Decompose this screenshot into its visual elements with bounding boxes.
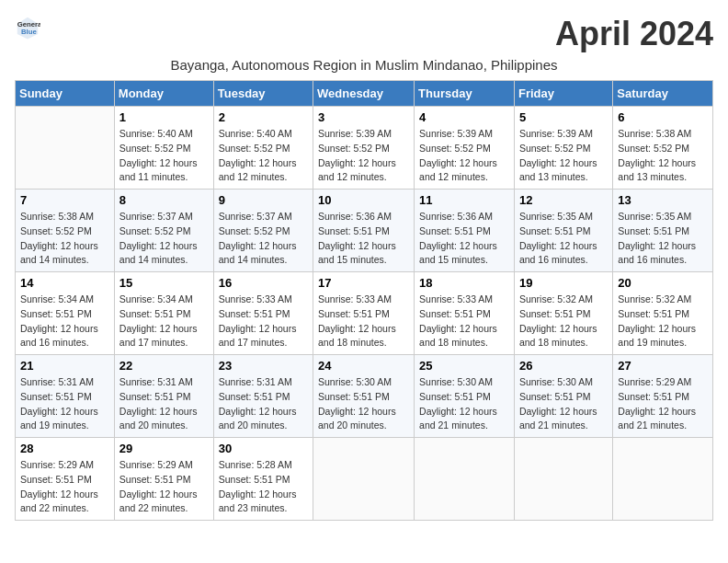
day-cell xyxy=(313,438,415,521)
day-cell: 23Sunrise: 5:31 AMSunset: 5:51 PMDayligh… xyxy=(213,355,313,438)
day-info: Sunrise: 5:36 AMSunset: 5:51 PMDaylight:… xyxy=(419,210,509,268)
day-cell: 7Sunrise: 5:38 AMSunset: 5:52 PMDaylight… xyxy=(16,190,115,272)
day-cell: 17Sunrise: 5:33 AMSunset: 5:51 PMDayligh… xyxy=(313,272,415,355)
day-info: Sunrise: 5:39 AMSunset: 5:52 PMDaylight:… xyxy=(419,127,509,185)
day-number: 25 xyxy=(419,359,509,373)
day-info: Sunrise: 5:33 AMSunset: 5:51 PMDaylight:… xyxy=(219,293,308,350)
day-number: 9 xyxy=(219,193,308,207)
day-cell: 1Sunrise: 5:40 AMSunset: 5:52 PMDaylight… xyxy=(114,107,213,190)
day-cell: 14Sunrise: 5:34 AMSunset: 5:51 PMDayligh… xyxy=(16,272,115,355)
logo: General Blue xyxy=(15,15,40,40)
svg-text:General: General xyxy=(17,20,40,29)
col-header-thursday: Thursday xyxy=(415,81,515,107)
col-header-sunday: Sunday xyxy=(16,81,115,107)
col-header-friday: Friday xyxy=(514,81,612,107)
day-cell: 12Sunrise: 5:35 AMSunset: 5:51 PMDayligh… xyxy=(514,190,612,272)
col-header-tuesday: Tuesday xyxy=(213,81,313,107)
day-info: Sunrise: 5:37 AMSunset: 5:52 PMDaylight:… xyxy=(119,210,209,268)
day-info: Sunrise: 5:31 AMSunset: 5:51 PMDaylight:… xyxy=(219,375,308,433)
day-cell: 20Sunrise: 5:32 AMSunset: 5:51 PMDayligh… xyxy=(613,272,713,355)
day-number: 4 xyxy=(419,110,509,124)
day-number: 23 xyxy=(219,359,308,373)
header-row: SundayMondayTuesdayWednesdayThursdayFrid… xyxy=(16,81,713,107)
day-cell: 8Sunrise: 5:37 AMSunset: 5:52 PMDaylight… xyxy=(114,190,213,272)
day-number: 6 xyxy=(618,110,708,124)
day-number: 7 xyxy=(20,193,109,207)
day-number: 21 xyxy=(20,359,109,373)
day-cell: 26Sunrise: 5:30 AMSunset: 5:51 PMDayligh… xyxy=(514,355,612,438)
day-info: Sunrise: 5:39 AMSunset: 5:52 PMDaylight:… xyxy=(519,127,608,185)
day-info: Sunrise: 5:29 AMSunset: 5:51 PMDaylight:… xyxy=(20,458,109,516)
day-cell xyxy=(514,438,612,521)
day-info: Sunrise: 5:37 AMSunset: 5:52 PMDaylight:… xyxy=(219,210,308,268)
day-info: Sunrise: 5:40 AMSunset: 5:52 PMDaylight:… xyxy=(119,127,209,185)
day-info: Sunrise: 5:39 AMSunset: 5:52 PMDaylight:… xyxy=(318,127,409,185)
day-info: Sunrise: 5:35 AMSunset: 5:51 PMDaylight:… xyxy=(519,210,608,268)
day-cell: 24Sunrise: 5:30 AMSunset: 5:51 PMDayligh… xyxy=(313,355,415,438)
col-header-wednesday: Wednesday xyxy=(313,81,415,107)
day-info: Sunrise: 5:29 AMSunset: 5:51 PMDaylight:… xyxy=(618,375,708,433)
day-info: Sunrise: 5:36 AMSunset: 5:51 PMDaylight:… xyxy=(318,210,409,268)
day-info: Sunrise: 5:30 AMSunset: 5:51 PMDaylight:… xyxy=(519,375,608,433)
day-info: Sunrise: 5:30 AMSunset: 5:51 PMDaylight:… xyxy=(318,375,409,433)
day-number: 13 xyxy=(618,193,708,207)
day-cell xyxy=(415,438,515,521)
day-cell: 27Sunrise: 5:29 AMSunset: 5:51 PMDayligh… xyxy=(613,355,713,438)
day-cell xyxy=(16,107,115,190)
day-number: 3 xyxy=(318,110,409,124)
month-title: April 2024 xyxy=(555,15,713,53)
day-cell: 21Sunrise: 5:31 AMSunset: 5:51 PMDayligh… xyxy=(16,355,115,438)
day-number: 28 xyxy=(20,442,109,455)
day-cell: 6Sunrise: 5:38 AMSunset: 5:52 PMDaylight… xyxy=(613,107,713,190)
day-cell: 11Sunrise: 5:36 AMSunset: 5:51 PMDayligh… xyxy=(415,190,515,272)
day-number: 14 xyxy=(20,276,109,290)
day-cell: 28Sunrise: 5:29 AMSunset: 5:51 PMDayligh… xyxy=(16,438,115,521)
day-number: 17 xyxy=(318,276,409,290)
day-cell: 13Sunrise: 5:35 AMSunset: 5:51 PMDayligh… xyxy=(613,190,713,272)
day-cell: 9Sunrise: 5:37 AMSunset: 5:52 PMDaylight… xyxy=(213,190,313,272)
day-number: 27 xyxy=(618,359,708,373)
day-cell: 15Sunrise: 5:34 AMSunset: 5:51 PMDayligh… xyxy=(114,272,213,355)
day-cell: 2Sunrise: 5:40 AMSunset: 5:52 PMDaylight… xyxy=(213,107,313,190)
week-row-5: 28Sunrise: 5:29 AMSunset: 5:51 PMDayligh… xyxy=(16,438,713,521)
day-info: Sunrise: 5:34 AMSunset: 5:51 PMDaylight:… xyxy=(20,293,109,350)
day-info: Sunrise: 5:31 AMSunset: 5:51 PMDaylight:… xyxy=(20,375,109,433)
day-number: 15 xyxy=(119,276,209,290)
day-number: 11 xyxy=(419,193,509,207)
day-number: 29 xyxy=(119,442,209,455)
col-header-saturday: Saturday xyxy=(613,81,713,107)
day-number: 22 xyxy=(119,359,209,373)
day-info: Sunrise: 5:35 AMSunset: 5:51 PMDaylight:… xyxy=(618,210,708,268)
day-number: 10 xyxy=(318,193,409,207)
day-number: 2 xyxy=(219,110,308,124)
day-info: Sunrise: 5:38 AMSunset: 5:52 PMDaylight:… xyxy=(20,210,109,268)
subtitle: Bayanga, Autonomous Region in Muslim Min… xyxy=(15,57,713,73)
day-cell: 3Sunrise: 5:39 AMSunset: 5:52 PMDaylight… xyxy=(313,107,415,190)
day-number: 18 xyxy=(419,276,509,290)
day-info: Sunrise: 5:28 AMSunset: 5:51 PMDaylight:… xyxy=(219,458,308,516)
day-number: 5 xyxy=(519,110,608,124)
day-cell: 19Sunrise: 5:32 AMSunset: 5:51 PMDayligh… xyxy=(514,272,612,355)
day-cell: 30Sunrise: 5:28 AMSunset: 5:51 PMDayligh… xyxy=(213,438,313,521)
day-number: 16 xyxy=(219,276,308,290)
day-number: 8 xyxy=(119,193,209,207)
day-info: Sunrise: 5:38 AMSunset: 5:52 PMDaylight:… xyxy=(618,127,708,185)
day-cell: 5Sunrise: 5:39 AMSunset: 5:52 PMDaylight… xyxy=(514,107,612,190)
day-number: 26 xyxy=(519,359,608,373)
day-cell: 25Sunrise: 5:30 AMSunset: 5:51 PMDayligh… xyxy=(415,355,515,438)
day-cell xyxy=(613,438,713,521)
day-cell: 18Sunrise: 5:33 AMSunset: 5:51 PMDayligh… xyxy=(415,272,515,355)
day-info: Sunrise: 5:32 AMSunset: 5:51 PMDaylight:… xyxy=(519,293,608,350)
week-row-3: 14Sunrise: 5:34 AMSunset: 5:51 PMDayligh… xyxy=(16,272,713,355)
day-cell: 22Sunrise: 5:31 AMSunset: 5:51 PMDayligh… xyxy=(114,355,213,438)
day-info: Sunrise: 5:33 AMSunset: 5:51 PMDaylight:… xyxy=(318,293,409,350)
logo-icon: General Blue xyxy=(15,15,40,40)
week-row-2: 7Sunrise: 5:38 AMSunset: 5:52 PMDaylight… xyxy=(16,190,713,272)
day-cell: 29Sunrise: 5:29 AMSunset: 5:51 PMDayligh… xyxy=(114,438,213,521)
page-header: General Blue April 2024 xyxy=(15,15,713,53)
day-info: Sunrise: 5:31 AMSunset: 5:51 PMDaylight:… xyxy=(119,375,209,433)
col-header-monday: Monday xyxy=(114,81,213,107)
day-number: 30 xyxy=(219,442,308,455)
day-number: 12 xyxy=(519,193,608,207)
week-row-4: 21Sunrise: 5:31 AMSunset: 5:51 PMDayligh… xyxy=(16,355,713,438)
